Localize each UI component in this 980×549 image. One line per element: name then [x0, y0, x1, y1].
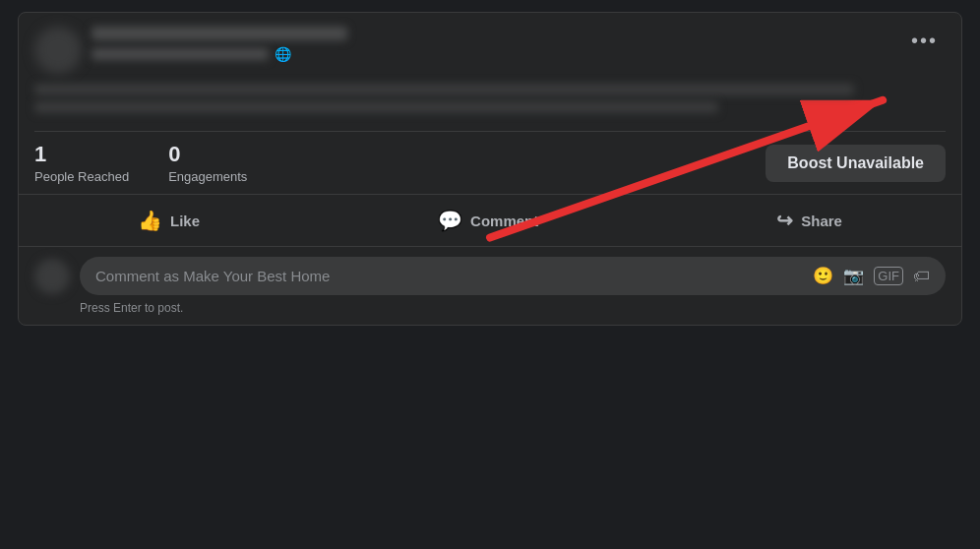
content-line-2: [34, 101, 718, 113]
actions-row: 👍 Like 💬 Comment ↪ Share: [19, 195, 961, 246]
engagements-label: Engagements: [168, 169, 247, 184]
post-subname-blur: [92, 48, 269, 60]
press-enter-hint: Press Enter to post.: [19, 301, 961, 325]
post-name-blur: [92, 27, 347, 40]
engagements-stat: 0 Engagements: [168, 142, 247, 184]
engagements-count: 0: [168, 142, 247, 167]
sticker-icon[interactable]: 🏷: [913, 267, 930, 286]
post-header: 🌐 •••: [19, 13, 961, 84]
like-icon: 👍: [138, 209, 162, 232]
like-button[interactable]: 👍 Like: [118, 199, 219, 242]
comment-row: Comment as Make Your Best Home 🙂 📷 GIF 🏷: [19, 247, 961, 301]
share-label: Share: [801, 213, 842, 229]
gif-icon[interactable]: GIF: [874, 267, 903, 285]
emoji-icon[interactable]: 🙂: [813, 266, 833, 286]
more-options-button[interactable]: •••: [903, 27, 946, 54]
comment-icon: 💬: [438, 209, 462, 232]
people-reached-label: People Reached: [34, 169, 129, 184]
share-button[interactable]: ↪ Share: [757, 199, 862, 242]
post-content: [19, 84, 961, 131]
content-line-1: [34, 84, 854, 95]
commenter-avatar: [34, 259, 70, 294]
like-label: Like: [170, 213, 200, 229]
post-meta: 🌐: [92, 27, 946, 62]
people-reached-stat: 1 People Reached: [34, 142, 129, 184]
comment-label: Comment: [470, 213, 538, 229]
people-reached-count: 1: [34, 142, 129, 167]
share-icon: ↪: [776, 209, 793, 232]
post-card: 🌐 ••• 1 People Reached 0 Engagements Boo…: [18, 12, 962, 326]
comment-placeholder: Comment as Make Your Best Home: [95, 268, 330, 284]
globe-icon: 🌐: [275, 46, 291, 62]
camera-icon[interactable]: 📷: [843, 266, 864, 286]
comment-button[interactable]: 💬 Comment: [418, 199, 558, 242]
avatar: [34, 27, 82, 74]
comment-icon-group: 🙂 📷 GIF 🏷: [813, 266, 930, 286]
boost-button[interactable]: Boost Unavailable: [766, 145, 946, 182]
stats-row: 1 People Reached 0 Engagements Boost Una…: [19, 132, 961, 194]
comment-input-wrap[interactable]: Comment as Make Your Best Home 🙂 📷 GIF 🏷: [80, 257, 946, 295]
